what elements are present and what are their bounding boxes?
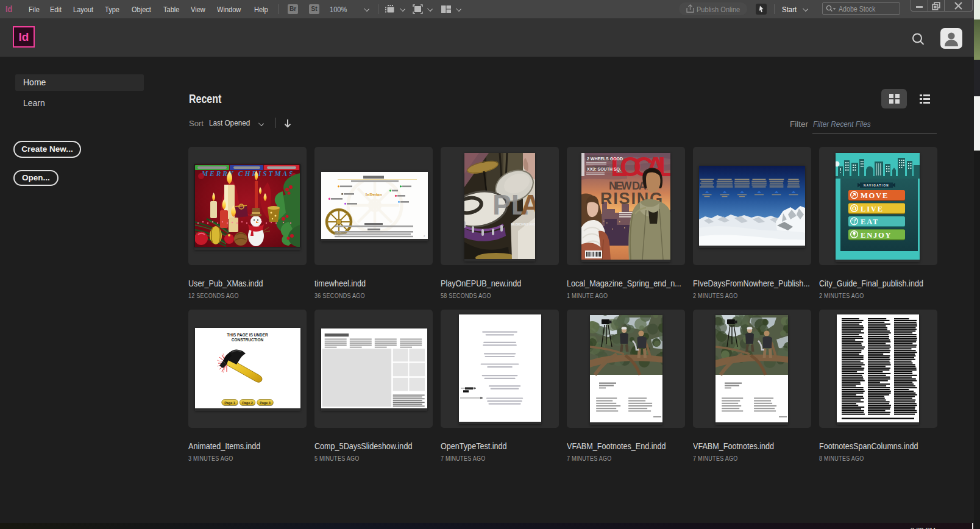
svg-text:CONSTRUCTION: CONSTRUCTION — [232, 338, 264, 342]
svg-text:ENJOY: ENJOY — [861, 231, 892, 240]
svg-text:XX3: SOUTH SQ.: XX3: SOUTH SQ. — [587, 167, 621, 172]
svg-text:Page 3: Page 3 — [260, 401, 271, 405]
svg-text:MUSICIANS AND TH: MUSICIANS AND TH — [511, 222, 535, 226]
svg-text:Page 2: Page 2 — [242, 401, 253, 405]
svg-text:MOVE: MOVE — [861, 191, 889, 200]
svg-text:EAT: EAT — [861, 218, 879, 226]
svg-text:2 WHEELS GOOD: 2 WHEELS GOOD — [587, 157, 623, 161]
svg-text:NAVIGATION: NAVIGATION — [864, 184, 889, 187]
svg-text:InDesign: InDesign — [366, 192, 382, 197]
svg-text:LIVE: LIVE — [861, 205, 884, 213]
svg-text:Page 1: Page 1 — [224, 401, 235, 405]
svg-text:A: A — [520, 189, 535, 221]
svg-text:THIS PAGE IS UNDER: THIS PAGE IS UNDER — [227, 333, 268, 337]
